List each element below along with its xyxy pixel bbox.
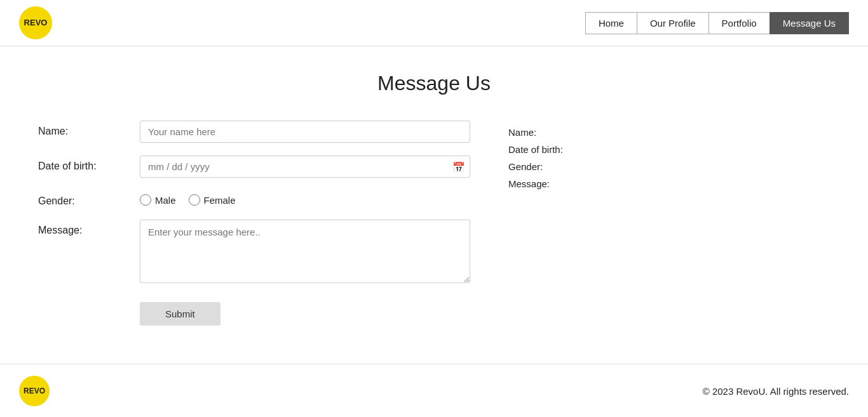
nav-our-profile[interactable]: Our Profile: [637, 12, 709, 34]
nav-links: Home Our Profile Portfolio Message Us: [585, 12, 849, 34]
main-content: Message Us Name: Date of birth: 📅 Gender…: [0, 46, 868, 364]
footer: RE VO © 2023 RevoU. All rights reserved.: [0, 364, 868, 417]
navbar: RE VO Home Our Profile Portfolio Message…: [0, 0, 868, 46]
footer-logo: RE VO: [19, 376, 50, 406]
name-label: Name:: [38, 121, 127, 137]
gender-female-radio[interactable]: [189, 194, 200, 206]
dob-input[interactable]: [140, 156, 470, 178]
gender-label: Gender:: [38, 190, 127, 207]
name-input[interactable]: [140, 121, 470, 143]
gender-male-label: Male: [155, 195, 176, 206]
date-wrapper: 📅: [140, 156, 470, 178]
gender-male-option[interactable]: Male: [140, 194, 176, 206]
content-area: Name: Date of birth: 📅 Gender: Male: [38, 121, 830, 326]
nav-home[interactable]: Home: [585, 12, 637, 34]
gender-female-option[interactable]: Female: [189, 194, 236, 206]
message-row: Message:: [38, 220, 470, 283]
message-label: Message:: [38, 220, 127, 236]
nav-message-us[interactable]: Message Us: [770, 12, 849, 34]
gender-male-radio[interactable]: [140, 194, 151, 206]
gender-row: Gender: Male Female: [38, 190, 470, 207]
message-textarea[interactable]: [140, 220, 470, 283]
dob-label: Date of birth:: [38, 156, 127, 172]
nav-portfolio[interactable]: Portfolio: [709, 12, 770, 34]
name-row: Name:: [38, 121, 470, 143]
gender-female-label: Female: [204, 195, 236, 206]
form-section: Name: Date of birth: 📅 Gender: Male: [38, 121, 470, 326]
submit-button[interactable]: Submit: [140, 302, 220, 326]
page-title: Message Us: [38, 72, 830, 95]
logo: RE VO: [19, 6, 52, 39]
gender-radio-group: Male Female: [140, 190, 470, 206]
summary-dob: Date of birth:: [508, 144, 635, 155]
summary-message: Message:: [508, 178, 635, 189]
summary-section: Name: Date of birth: Gender: Message:: [508, 121, 635, 326]
summary-gender: Gender:: [508, 161, 635, 172]
dob-row: Date of birth: 📅: [38, 156, 470, 178]
summary-name: Name:: [508, 127, 635, 138]
footer-copyright: © 2023 RevoU. All rights reserved.: [703, 386, 849, 397]
